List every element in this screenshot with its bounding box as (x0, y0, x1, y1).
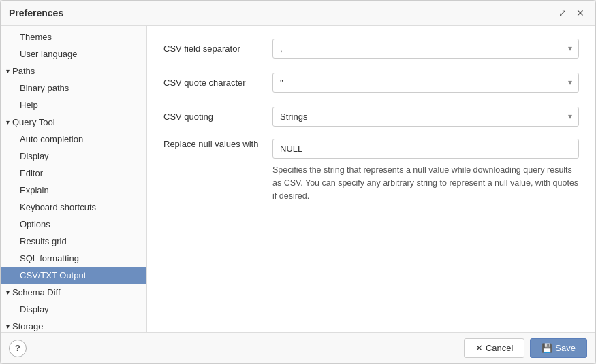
sidebar-item-schema-diff-display[interactable]: Display (1, 301, 146, 318)
sidebar-item-binary-paths[interactable]: Binary paths (1, 80, 146, 97)
dialog-footer: ? ✕ Cancel 💾 Save (1, 332, 595, 363)
sidebar-group-schema-diff[interactable]: ▾ Schema Diff (1, 284, 146, 301)
form-row-replace-null: Replace null values with Specifies the s… (163, 139, 579, 202)
form-row-csv-quoting: CSV quoting Strings (163, 105, 579, 128)
sidebar-item-editor[interactable]: Editor (1, 165, 146, 182)
sidebar-item-help[interactable]: Help (1, 97, 146, 114)
label-replace-null: Replace null values with (163, 139, 272, 149)
sidebar-item-display[interactable]: Display (1, 148, 146, 165)
chevron-down-icon: ▾ (6, 322, 10, 330)
preferences-dialog: Preferences ⤢ ✕ Themes User language ▾ P… (0, 0, 596, 364)
chevron-down-icon: ▾ (6, 67, 10, 75)
header-actions: ⤢ ✕ (556, 6, 587, 20)
save-button[interactable]: 💾 Save (530, 338, 587, 358)
sidebar: Themes User language ▾ Paths Binary path… (1, 26, 147, 332)
dialog-header: Preferences ⤢ ✕ (1, 1, 595, 26)
replace-null-input[interactable] (272, 139, 579, 159)
replace-null-helper: Specifies the string that represents a n… (272, 164, 579, 202)
cancel-icon: ✕ (475, 343, 483, 353)
csv-quote-character-select[interactable]: " (272, 73, 579, 93)
sidebar-item-auto-completion[interactable]: Auto completion (1, 131, 146, 148)
form-row-csv-quote-character: CSV quote character " (163, 71, 579, 94)
footer-left: ? (9, 340, 27, 357)
sidebar-item-explain[interactable]: Explain (1, 182, 146, 199)
label-csv-quoting: CSV quoting (163, 112, 272, 122)
sidebar-item-options[interactable]: Options (1, 216, 146, 233)
sidebar-item-user-language[interactable]: User language (1, 46, 146, 63)
sidebar-item-sql-formatting[interactable]: SQL formatting (1, 250, 146, 267)
sidebar-group-paths[interactable]: ▾ Paths (1, 63, 146, 80)
cancel-button[interactable]: ✕ Cancel (464, 338, 524, 358)
sidebar-item-themes[interactable]: Themes (1, 29, 146, 46)
sidebar-item-keyboard-shortcuts[interactable]: Keyboard shortcuts (1, 199, 146, 216)
select-wrapper-csv-quote-character: " (272, 73, 579, 93)
help-button[interactable]: ? (9, 340, 27, 357)
close-button[interactable]: ✕ (574, 6, 587, 20)
label-csv-quote-character: CSV quote character (163, 78, 272, 88)
chevron-down-icon: ▾ (6, 118, 10, 126)
dialog-title: Preferences (9, 7, 63, 18)
csv-quoting-select[interactable]: Strings (272, 107, 579, 127)
replace-null-container: Specifies the string that represents a n… (272, 139, 579, 202)
sidebar-group-storage[interactable]: ▾ Storage (1, 318, 146, 332)
footer-right: ✕ Cancel 💾 Save (464, 338, 587, 358)
select-wrapper-csv-quoting: Strings (272, 107, 579, 127)
sidebar-item-csv-txt-output[interactable]: CSV/TXT Output (1, 267, 146, 284)
select-wrapper-csv-field-separator: , (272, 39, 579, 59)
sidebar-item-results-grid[interactable]: Results grid (1, 233, 146, 250)
form-row-csv-field-separator: CSV field separator , (163, 37, 579, 60)
save-icon: 💾 (542, 343, 552, 353)
csv-field-separator-select[interactable]: , (272, 39, 579, 59)
dialog-body: Themes User language ▾ Paths Binary path… (1, 26, 595, 332)
expand-button[interactable]: ⤢ (556, 6, 569, 20)
main-content: CSV field separator , CSV quote characte… (147, 26, 595, 332)
chevron-down-icon: ▾ (6, 288, 10, 296)
label-csv-field-separator: CSV field separator (163, 44, 272, 54)
sidebar-group-query-tool[interactable]: ▾ Query Tool (1, 114, 146, 131)
